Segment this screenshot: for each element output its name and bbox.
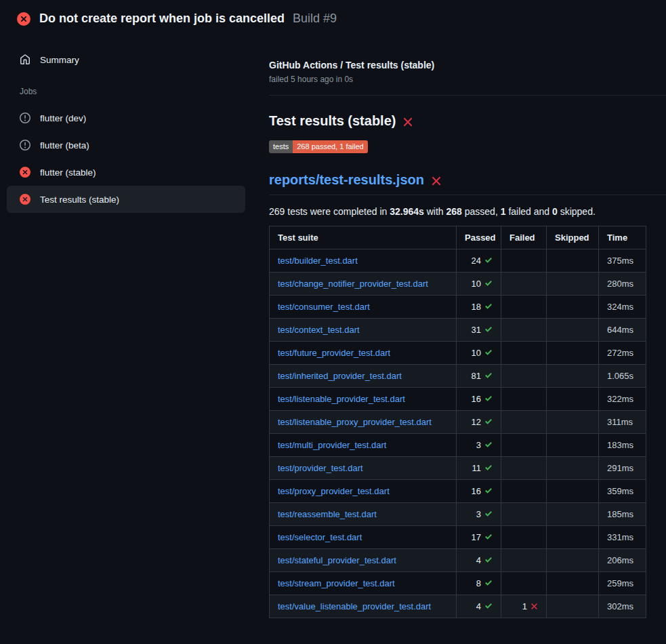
time-cell: 291ms	[599, 457, 646, 480]
warning-circle-icon	[20, 113, 30, 123]
time-cell: 1.065s	[599, 365, 646, 388]
home-icon	[20, 54, 30, 65]
test-suite-link[interactable]: test/context_test.dart	[278, 325, 360, 335]
check-icon	[484, 487, 493, 495]
skipped-cell	[547, 503, 599, 526]
sidebar-item-label: flutter (beta)	[40, 140, 89, 150]
check-title-row: Test results (stable)	[269, 113, 666, 129]
table-row: test/consumer_test.dart 18 324ms	[270, 296, 646, 319]
time-cell: 331ms	[599, 526, 646, 549]
skipped-cell	[547, 388, 599, 411]
cross-mark-icon	[431, 176, 442, 186]
test-suite-link[interactable]: test/inherited_provider_test.dart	[278, 371, 402, 381]
sidebar-item-summary[interactable]: Summary	[7, 46, 245, 73]
test-suite-link[interactable]: test/reassemble_test.dart	[278, 509, 377, 519]
table-row: test/reassemble_test.dart 3 185ms	[270, 503, 646, 526]
test-suite-link[interactable]: test/selector_test.dart	[278, 532, 362, 542]
test-suite-link[interactable]: test/stateful_provider_test.dart	[278, 555, 396, 565]
sidebar: Summary Jobs flutter (dev) flutter (beta…	[0, 35, 252, 213]
cross-mark-icon	[402, 117, 413, 127]
page-header: Do not create report when job is cancell…	[0, 0, 666, 35]
sidebar-item-label: flutter (stable)	[40, 167, 96, 178]
table-row: test/stream_provider_test.dart 8 259ms	[270, 572, 646, 595]
skipped-cell	[547, 480, 599, 503]
time-cell: 322ms	[599, 388, 646, 411]
sidebar-item-label: flutter (dev)	[40, 113, 86, 123]
check-icon	[484, 279, 493, 287]
time-cell: 185ms	[599, 503, 646, 526]
passed-cell: 8	[457, 572, 501, 595]
failed-cell	[501, 411, 547, 434]
check-icon	[484, 371, 493, 380]
table-row: test/stateful_provider_test.dart 4 206ms	[270, 549, 646, 572]
passed-cell: 81	[457, 365, 501, 388]
skipped-cell	[547, 342, 599, 365]
time-cell: 259ms	[599, 572, 646, 595]
test-suite-link[interactable]: test/change_notifier_provider_test.dart	[278, 279, 428, 289]
main-panel: GitHub Actions / Test results (stable) f…	[252, 35, 666, 618]
table-row: test/proxy_provider_test.dart 16 359ms	[270, 480, 646, 503]
passed-cell: 10	[457, 273, 501, 296]
suite-cell: test/context_test.dart	[270, 319, 457, 342]
skipped-cell	[547, 595, 599, 618]
test-suite-link[interactable]: test/stream_provider_test.dart	[278, 578, 395, 588]
table-header-row: Test suite Passed Failed Skipped Time	[270, 226, 646, 249]
summary-text: 269 tests were completed in	[269, 206, 390, 217]
test-suite-link[interactable]: test/future_provider_test.dart	[278, 348, 390, 358]
sidebar-item-flutter-beta[interactable]: flutter (beta)	[7, 132, 245, 159]
test-suite-link[interactable]: test/listenable_proxy_provider_test.dart	[278, 417, 432, 427]
time-cell: 206ms	[599, 549, 646, 572]
build-number: Build #9	[293, 12, 337, 25]
summary-duration: 32.964s	[390, 206, 424, 217]
sidebar-item-test-results-stable[interactable]: Test results (stable)	[7, 186, 245, 213]
failed-cell	[501, 457, 547, 480]
check-icon	[484, 602, 493, 610]
test-suite-link[interactable]: test/provider_test.dart	[278, 463, 363, 473]
failed-cell	[501, 365, 547, 388]
time-cell: 302ms	[599, 595, 646, 618]
col-header-time: Time	[599, 226, 646, 249]
passed-cell: 3	[457, 434, 501, 457]
check-icon	[484, 579, 493, 587]
failed-cell	[501, 342, 547, 365]
suite-cell: test/inherited_provider_test.dart	[270, 365, 457, 388]
results-table: Test suite Passed Failed Skipped Time te…	[269, 226, 646, 618]
suite-cell: test/multi_provider_test.dart	[270, 434, 457, 457]
sidebar-item-label: Summary	[40, 55, 79, 65]
sidebar-item-flutter-stable[interactable]: flutter (stable)	[7, 159, 245, 186]
failed-cell	[501, 572, 547, 595]
test-suite-link[interactable]: test/value_listenable_provider_test.dart	[278, 601, 431, 611]
check-icon	[484, 556, 493, 564]
time-cell: 183ms	[599, 434, 646, 457]
passed-cell: 31	[457, 319, 501, 342]
summary-text: skipped.	[558, 206, 596, 217]
skipped-cell	[547, 549, 599, 572]
failed-cell	[501, 388, 547, 411]
suite-cell: test/stateful_provider_test.dart	[270, 549, 457, 572]
test-suite-link[interactable]: test/builder_test.dart	[278, 256, 358, 266]
time-cell: 375ms	[599, 249, 646, 273]
report-file-link[interactable]: reports/test-results.json	[269, 172, 424, 188]
suite-cell: test/reassemble_test.dart	[270, 503, 457, 526]
failed-cell	[501, 249, 547, 273]
sidebar-item-flutter-dev[interactable]: flutter (dev)	[7, 104, 245, 132]
passed-cell: 24	[457, 249, 501, 273]
test-suite-link[interactable]: test/listenable_provider_test.dart	[278, 394, 405, 404]
test-suite-link[interactable]: test/proxy_provider_test.dart	[278, 486, 390, 496]
divider	[269, 95, 666, 96]
test-suite-link[interactable]: test/multi_provider_test.dart	[278, 440, 386, 450]
skipped-cell	[547, 249, 599, 273]
test-suite-link[interactable]: test/consumer_test.dart	[278, 302, 370, 312]
table-row: test/context_test.dart 31 644ms	[270, 319, 646, 342]
suite-cell: test/proxy_provider_test.dart	[270, 480, 457, 503]
warning-circle-icon	[20, 140, 30, 150]
suite-cell: test/change_notifier_provider_test.dart	[270, 273, 457, 296]
table-row: test/listenable_provider_test.dart 16 32…	[270, 388, 646, 411]
check-icon	[484, 302, 493, 310]
suite-cell: test/value_listenable_provider_test.dart	[270, 595, 457, 618]
check-icon	[484, 441, 493, 449]
skipped-cell	[547, 411, 599, 434]
failed-cell	[501, 526, 547, 549]
passed-cell: 4	[457, 549, 501, 572]
check-icon	[484, 418, 493, 426]
